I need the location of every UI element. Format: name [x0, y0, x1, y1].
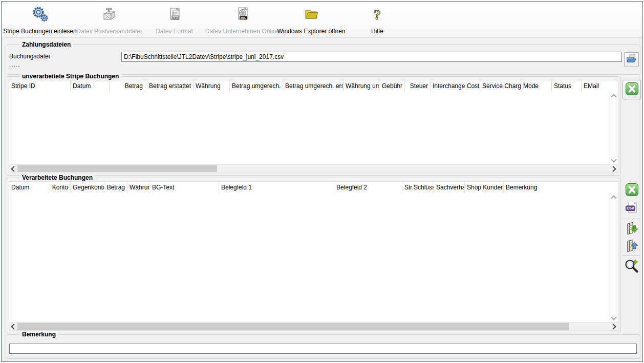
buchungsdatei-path-input[interactable] — [121, 52, 622, 62]
column-header-betrag-umgerech-erst[interactable]: Betrag umgerech. erst. — [283, 80, 344, 92]
group-zahlungsdateien: Zahlungsdateien Buchungsdatei ..... — [6, 45, 640, 75]
svg-text:XML: XML — [240, 16, 246, 19]
export-excel-processed-button[interactable] — [624, 183, 640, 198]
column-header-bg-text[interactable]: BG-Text — [150, 182, 219, 193]
unprocessed-horizontal-scrollbar[interactable] — [9, 164, 618, 173]
excel-icon — [625, 82, 639, 97]
column-header-betrag-erstattet[interactable]: Betrag erstattet — [145, 80, 194, 92]
column-header-waehrung-umg[interactable]: Währung umg — [344, 80, 379, 92]
toolbar-button-label: Datev Unternehmen Online — [205, 28, 280, 35]
csv-file-icon: CSV — [625, 201, 639, 217]
import-bookings-button[interactable] — [624, 221, 640, 237]
unprocessed-vertical-scrollbar[interactable] — [609, 92, 618, 165]
open-file-icon — [626, 54, 637, 66]
zoom-search-button[interactable] — [624, 258, 640, 275]
button-panel-divider — [622, 255, 640, 256]
scrollbar-thumb[interactable] — [17, 165, 217, 172]
column-header-status[interactable]: Status — [552, 80, 582, 92]
toolbar-button-label: Windows Explorer öffnen — [277, 28, 345, 35]
excel-icon — [625, 183, 639, 198]
unprocessed-table: Stripe ID Datum Betrag Betrag erstattet … — [9, 80, 618, 173]
processed-table-body — [9, 193, 609, 323]
column-header-sachverhalt[interactable]: Sachverhalt — [434, 182, 465, 193]
column-header-bemerkung[interactable]: Bemerkung — [504, 182, 606, 193]
unprocessed-table-body — [9, 92, 609, 165]
app-window: Stripe Buchungen einlesen Datev Postvers… — [1, 1, 643, 362]
folder-icon — [302, 4, 320, 23]
column-header-str-schluessel[interactable]: Str.Schlüssel — [402, 182, 434, 193]
column-header-konto[interactable]: Konto — [49, 182, 71, 193]
crate-icon — [100, 4, 118, 23]
processed-table-header: Datum Konto Gegenkonto Betrag Währung BG… — [9, 182, 618, 194]
scroll-right-icon[interactable] — [610, 165, 618, 173]
toolbar-button-label: Datev Format — [156, 28, 193, 35]
column-header-waehrung[interactable]: Währung — [127, 182, 150, 193]
processed-table: Datum Konto Gegenkonto Betrag Währung BG… — [9, 181, 618, 331]
toolbar-button-hilfe[interactable]: ? Hilfe — [357, 4, 397, 35]
scroll-right-icon[interactable] — [610, 323, 618, 330]
chevron-down-icon — [611, 314, 616, 320]
column-header-gegenkonto[interactable]: Gegenkonto — [71, 182, 104, 193]
column-header-belegfeld-2[interactable]: Belegfeld 2 — [334, 182, 402, 193]
toolbar-button-stripe-buchungen-einlesen[interactable]: Stripe Buchungen einlesen — [6, 4, 74, 35]
book-arrow-up-icon — [624, 238, 639, 255]
column-header-betrag[interactable]: Betrag — [110, 80, 145, 92]
toolbar-button-datev-postversanddatei[interactable]: Datev Postversanddatei — [76, 4, 142, 35]
group-bemerkung: Bemerkung — [6, 334, 640, 359]
chevron-up-icon — [611, 195, 616, 201]
toolbar-button-label: Datev Postversanddatei — [76, 28, 141, 35]
export-csv-button[interactable]: CSV — [624, 201, 640, 216]
svg-text:CSV: CSV — [627, 206, 634, 210]
load-bookings-button[interactable] — [624, 238, 640, 254]
book-arrow-down-icon — [624, 221, 639, 238]
column-header-betrag[interactable]: Betrag — [104, 182, 127, 193]
help-icon: ? — [369, 4, 386, 23]
chevron-down-icon — [611, 157, 616, 162]
toolbar-button-datev-unternehmen-online[interactable]: XML Datev Unternehmen Online — [205, 4, 280, 35]
column-header-mode[interactable]: Mode — [521, 80, 552, 92]
group-unverarbeitete-stripe-buchungen: unverarbeitete Stripe Buchungen Stripe I… — [6, 76, 621, 176]
scroll-left-icon[interactable] — [9, 323, 17, 330]
buchungsdatei-label: Buchungsdatei — [9, 53, 50, 60]
group-title: Zahlungsdateien — [19, 41, 73, 48]
dots-label: ..... — [9, 61, 20, 68]
scroll-left-icon[interactable] — [9, 165, 17, 173]
column-header-interchange-costs[interactable]: Interchange Costs — [431, 80, 480, 92]
magnifier-plus-icon — [624, 258, 639, 275]
datev-xml-icon: XML — [234, 4, 251, 23]
unprocessed-table-header: Stripe ID Datum Betrag Betrag erstattet … — [9, 80, 618, 92]
svg-text:CSV: CSV — [173, 16, 178, 19]
column-header-waehrung[interactable]: Währung — [194, 80, 230, 92]
column-header-betrag-umgerech[interactable]: Betrag umgerech. — [230, 80, 283, 92]
group-title: Verarbeitete Buchungen — [19, 174, 95, 181]
processed-vertical-scrollbar[interactable] — [609, 193, 618, 323]
column-header-email[interactable]: EMail — [582, 80, 605, 92]
svg-text:?: ? — [374, 7, 381, 23]
group-verarbeitete-buchungen: Verarbeitete Buchungen Datum Konto Gegen… — [6, 178, 621, 333]
group-title: Bemerkung — [19, 331, 58, 338]
export-excel-unprocessed-button[interactable] — [622, 80, 641, 99]
toolbar: Stripe Buchungen einlesen Datev Postvers… — [2, 2, 642, 38]
column-header-shop-kunden-nr[interactable]: Shop Kunden-Nr. — [465, 182, 504, 193]
toolbar-button-label: Stripe Buchungen einlesen — [3, 28, 76, 35]
column-header-datum[interactable]: Datum — [9, 182, 49, 193]
button-panel-divider — [622, 219, 640, 219]
column-header-datum[interactable]: Datum — [71, 80, 110, 92]
column-header-belegfeld-1[interactable]: Belegfeld 1 — [219, 182, 334, 193]
toolbar-button-windows-explorer-oeffnen[interactable]: Windows Explorer öffnen — [273, 4, 350, 35]
processed-horizontal-scrollbar[interactable] — [9, 322, 618, 330]
bemerkung-input[interactable] — [9, 344, 637, 354]
column-header-steuer[interactable]: Steuer — [405, 80, 431, 92]
column-header-stripe-id[interactable]: Stripe ID — [9, 80, 71, 92]
column-header-gebuehr[interactable]: Gebühr — [379, 80, 405, 92]
browse-file-button[interactable] — [624, 52, 639, 67]
gears-icon — [31, 4, 49, 23]
toolbar-button-datev-format[interactable]: CSV Datev Format — [145, 4, 204, 35]
toolbar-button-label: Hilfe — [371, 28, 383, 35]
column-header-service-charge[interactable]: Service Charge — [480, 80, 521, 92]
group-title: unverarbeitete Stripe Buchungen — [19, 73, 121, 80]
datev-csv-icon: CSV — [166, 4, 183, 23]
chevron-up-icon — [611, 94, 616, 99]
scrollbar-thumb[interactable] — [17, 323, 569, 330]
